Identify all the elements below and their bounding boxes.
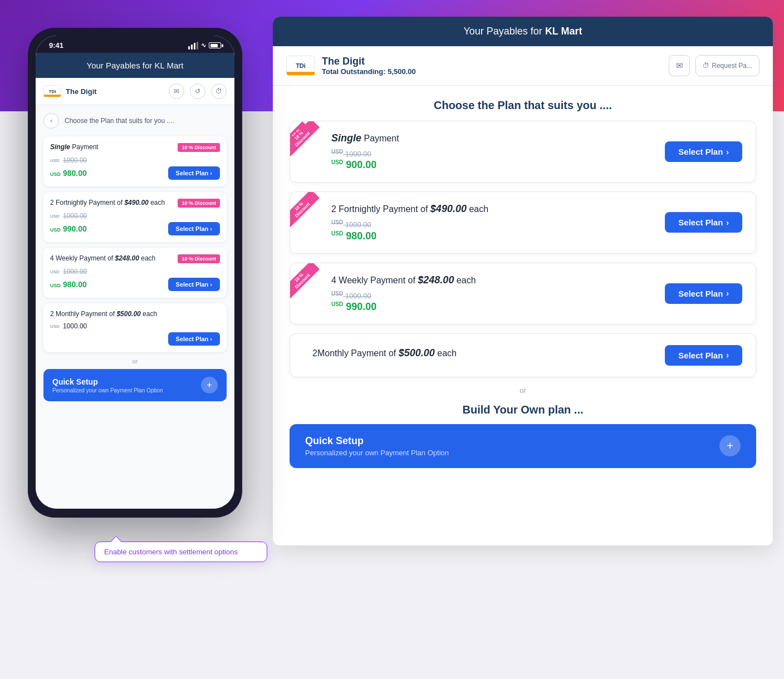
- phone-plan-single-orig-price: 1000.00: [63, 156, 87, 164]
- web-plan-monthly-title: 2Monthly Payment of $500.00 each: [312, 347, 457, 359]
- phone-action-icons: ✉ ↺ ⏱: [169, 83, 227, 99]
- web-plan-fortnightly-title: 2 Fortnightly Payment of $490.00 each: [331, 203, 488, 215]
- tooltip-bubble: Enable customers with settlement options: [95, 542, 267, 562]
- web-plan-single-orig: USD 1000.00: [331, 149, 399, 158]
- phone-plan-fortnightly-orig-price: 1000.00: [63, 212, 87, 220]
- phone-plan-weekly-select-row: USD 980.00 Select Plan ›: [50, 278, 220, 291]
- phone-mockup: 9:41 ∿: [28, 28, 262, 518]
- request-payment-label: Request Pa...: [712, 62, 752, 70]
- phone-quick-setup[interactable]: Quick Setup Personalized your own Paymen…: [43, 369, 227, 401]
- web-plan-fortnightly-orig: USD 1000.00: [331, 219, 488, 229]
- web-plan-weekly-info: 4 Weekly Payment of $248.00 each USD 100…: [303, 274, 476, 313]
- web-plan-fortnightly-disc: USD 980.00: [331, 230, 488, 242]
- web-quick-setup-sub: Personalized your own Payment Plan Optio…: [305, 449, 449, 457]
- phone-plan-weekly-orig-price: 1000.00: [63, 268, 87, 275]
- web-plan-card-single: 10 %Discount Single Payment USD 1000.00 …: [290, 121, 756, 183]
- phone-usd-label: USD: [50, 158, 60, 163]
- phone-quick-setup-title: Quick Setup: [52, 377, 163, 386]
- phone-plan-monthly-orig-row: USD 1000.00: [50, 322, 220, 330]
- phone-select-plan-single-button[interactable]: Select Plan ›: [168, 166, 220, 180]
- phone-plan-fortnightly-title: 2 Fortnightly Payment of $490.00 each: [50, 199, 165, 206]
- web-plan-single-disc: USD 900.00: [331, 159, 399, 171]
- phone-back-button[interactable]: ‹: [43, 113, 59, 129]
- clock-icon: ⏱: [703, 62, 709, 70]
- phone-frame: 9:41 ∿: [28, 28, 242, 518]
- phone-plan-monthly-title: 2 Monthly Payment of $500.00 each: [50, 310, 157, 318]
- phone-plan-monthly-select-row: Select Plan ›: [50, 332, 220, 346]
- phone-email-button[interactable]: ✉: [169, 83, 184, 99]
- web-company-left: TDi The Digit Total Outstanding: 5,500.0…: [286, 56, 416, 76]
- web-build-title: Build Your Own plan ...: [290, 404, 756, 416]
- web-logo-box: TDi: [286, 56, 315, 76]
- phone-plan-fortnightly-select-row: USD 990.00 Select Plan ›: [50, 222, 220, 235]
- phone-plan-single-header: Single Payment 10 % Discount: [50, 143, 220, 152]
- web-plan-card-fortnightly: 10 %Discount 2 Fortnightly Payment of $4…: [290, 191, 756, 253]
- phone-logo-box: TDi: [43, 85, 61, 97]
- web-quick-setup-text: Quick Setup Personalized your own Paymen…: [305, 435, 449, 457]
- web-quick-setup[interactable]: Quick Setup Personalized your own Paymen…: [290, 424, 756, 468]
- web-select-plan-fortnightly-button[interactable]: Select Plan ›: [665, 212, 742, 233]
- phone-notch: [102, 36, 169, 51]
- phone-usd-label-2: USD: [50, 214, 60, 219]
- web-ribbon-single: 10 %Discount: [290, 121, 329, 160]
- phone-plan-card-single: Single Payment 10 % Discount USD 1000.00…: [43, 136, 227, 186]
- phone-quick-setup-text: Quick Setup Personalized your own Paymen…: [52, 377, 163, 393]
- web-plan-monthly-info: 2Monthly Payment of $500.00 each: [303, 347, 457, 363]
- phone-quick-setup-button[interactable]: +: [201, 377, 218, 393]
- web-select-plan-monthly-button[interactable]: Select Plan ›: [665, 345, 742, 366]
- phone-quick-setup-sub: Personalized your own Payment Plan Optio…: [52, 387, 163, 393]
- phone-company-name: The Digit: [66, 87, 97, 96]
- phone-plan-card-fortnightly: 2 Fortnightly Payment of $490.00 each 10…: [43, 192, 227, 242]
- battery-fill: [210, 44, 218, 47]
- phone-back-row: ‹ Choose the Plan that suits for you ...…: [43, 113, 227, 129]
- web-select-plan-weekly-button[interactable]: Select Plan ›: [665, 283, 742, 304]
- phone-plan-weekly-header: 4 Weekly Payment of $248.00 each 10 % Di…: [50, 254, 220, 263]
- logo-yellow-bar: [44, 95, 61, 97]
- phone-choose-title: Choose the Plan that suits for you ....: [65, 117, 174, 125]
- web-content: 10 %Discount Single Payment USD 1000.00 …: [273, 121, 773, 485]
- web-plan-single-title: Single Payment: [331, 132, 399, 144]
- web-quick-setup-button[interactable]: +: [719, 435, 741, 456]
- main-container: 9:41 ∿: [0, 0, 784, 562]
- phone-plan-fortnightly-disc-price: USD 990.00: [50, 224, 87, 233]
- phone-plan-weekly-discount: 10 % Discount: [178, 254, 220, 263]
- signal-bar-2: [191, 45, 193, 50]
- phone-usd-label-4: USD: [50, 324, 60, 329]
- phone-chat-button[interactable]: ↺: [190, 83, 205, 99]
- phone-plan-monthly-orig-price: 1000.00: [63, 322, 87, 330]
- phone-select-plan-fortnightly-button[interactable]: Select Plan ›: [168, 222, 220, 235]
- web-header: Your Payables for KL Mart: [273, 17, 773, 46]
- phone-clock-button[interactable]: ⏱: [211, 83, 227, 99]
- web-company-name: The Digit: [322, 56, 416, 67]
- phone-screen: 9:41 ∿: [36, 36, 234, 509]
- web-select-plan-single-button[interactable]: Select Plan ›: [665, 141, 742, 162]
- web-choose-title: Choose the Plan that suits you ....: [273, 86, 773, 121]
- phone-plan-fortnightly-discount: 10 % Discount: [178, 199, 220, 208]
- web-divider: or: [290, 386, 756, 395]
- battery-icon: [209, 42, 221, 48]
- web-ribbon-weekly: 10 %Discount: [290, 263, 329, 302]
- phone-status-icons: ∿: [188, 42, 221, 50]
- phone-header: Your Payables for KL Mart: [36, 53, 234, 78]
- signal-bars: [188, 42, 198, 50]
- phone-divider: or: [43, 358, 227, 365]
- web-ribbon-fortnightly: 10 %Discount: [290, 192, 329, 231]
- phone-select-plan-weekly-button[interactable]: Select Plan ›: [168, 278, 220, 291]
- web-plan-fortnightly-info: 2 Fortnightly Payment of $490.00 each US…: [303, 203, 488, 242]
- web-email-button[interactable]: ✉: [669, 55, 690, 76]
- phone-plan-single-orig-row: USD 1000.00: [50, 156, 220, 164]
- web-outstanding: Total Outstanding: 5,500.00: [322, 67, 416, 76]
- phone-plan-weekly-orig-row: USD 1000.00: [50, 268, 220, 275]
- phone-time: 9:41: [49, 41, 63, 50]
- phone-plan-single-disc-price: USD 980.00: [50, 169, 87, 178]
- phone-content: ‹ Choose the Plan that suits for you ...…: [36, 105, 234, 509]
- phone-select-plan-monthly-button[interactable]: Select Plan ›: [168, 332, 220, 346]
- web-plan-weekly-disc: USD 990.00: [331, 301, 476, 313]
- phone-plan-fortnightly-header: 2 Fortnightly Payment of $490.00 each 10…: [50, 199, 220, 208]
- web-logo-yellow-bar: [287, 72, 315, 75]
- phone-plan-weekly-disc-price: USD 980.00: [50, 280, 87, 289]
- web-request-payment-button[interactable]: ⏱ Request Pa...: [695, 55, 759, 76]
- signal-bar-3: [194, 43, 195, 50]
- wifi-icon: ∿: [201, 42, 206, 49]
- web-plan-weekly-title: 4 Weekly Payment of $248.00 each: [331, 274, 476, 286]
